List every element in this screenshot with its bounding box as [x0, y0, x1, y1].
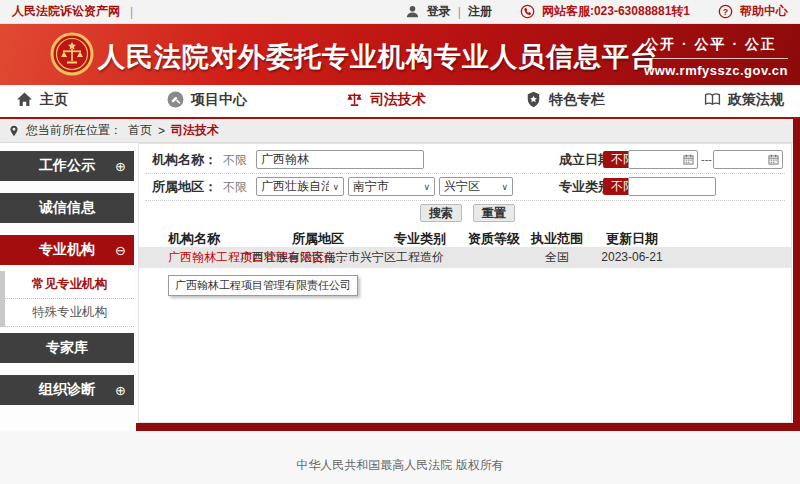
- district-select-value: 兴宁区: [444, 178, 480, 195]
- sidebar-item-label: 专家库: [46, 339, 88, 357]
- help-center-link[interactable]: 帮助中心: [740, 3, 788, 20]
- banner-right: 公开 · 公平 · 公正 www.rmfysszc.gov.cn: [644, 36, 788, 78]
- sidebar-subitem-special-orgs[interactable]: 特殊专业机构: [5, 299, 134, 327]
- cell-category: 工程造价: [396, 247, 444, 268]
- chevron-down-icon: ∨: [423, 182, 430, 192]
- nav-label: 特色专栏: [549, 91, 605, 109]
- expand-icon[interactable]: ⊕: [115, 383, 126, 398]
- collapse-icon[interactable]: ⊖: [115, 243, 126, 258]
- expand-icon[interactable]: ⊕: [115, 159, 126, 174]
- svg-text:?: ?: [723, 7, 728, 17]
- sidebar-submenu: 常见专业机构 特殊专业机构: [0, 271, 134, 327]
- city-select[interactable]: 南宁市 ∨: [348, 177, 435, 196]
- district-select[interactable]: 兴宁区 ∨: [439, 177, 513, 196]
- footer-copyright: 中华人民共和国最高人民法院 版权所有: [0, 457, 800, 474]
- user-icon: [405, 4, 420, 19]
- cell-region: 广西壮族自治区南宁市兴宁区: [240, 247, 396, 268]
- court-emblem-icon: [50, 32, 94, 76]
- gavel-icon: [167, 91, 185, 109]
- province-select-value: 广西壮族自治区: [261, 178, 329, 195]
- calendar-icon: [683, 154, 694, 165]
- org-name-input[interactable]: [256, 150, 424, 169]
- badge-star-icon: [525, 91, 543, 109]
- nav-label: 司法技术: [370, 91, 426, 109]
- page: 人民法院诉讼资产网 | 登录 | 注册 网站客服:023-63088881转1 …: [0, 0, 800, 484]
- home-icon: [16, 91, 34, 109]
- region-unlimited-option[interactable]: 不限: [223, 178, 247, 196]
- chevron-down-icon: ∨: [501, 182, 508, 192]
- service-hotline[interactable]: 网站客服:023-63088881转1: [542, 3, 690, 20]
- register-link[interactable]: 注册: [468, 3, 492, 20]
- sidebar-menu: 工作公示 ⊕ 诚信信息 专业机构 ⊖ 常见专业机构 特殊专业机构 专家库 组织诊…: [0, 151, 134, 417]
- search-results-panel: 机构名称： 不限 成立日期： 不限 --- 所属地区： 不限 广西壮族自治区 ∨…: [138, 143, 792, 423]
- scales-icon: [346, 91, 364, 109]
- breadcrumb-home-link[interactable]: 首页: [128, 122, 152, 139]
- form-divider: [145, 200, 785, 201]
- org-name-tooltip: 广西翰林工程项目管理有限责任公司: [168, 275, 358, 296]
- slogan-text: 公开 · 公平 · 公正: [644, 36, 788, 59]
- breadcrumb: 您当前所在位置： 首页 > 司法技术: [0, 119, 800, 143]
- breadcrumb-prefix: 您当前所在位置：: [26, 122, 122, 139]
- topbar-divider: |: [130, 5, 133, 19]
- site-url: www.rmfysszc.gov.cn: [644, 63, 788, 78]
- col-header-category: 专业类别: [394, 231, 446, 247]
- breadcrumb-separator: >: [158, 124, 165, 138]
- location-pin-icon: [8, 124, 20, 138]
- nav-item-policies[interactable]: 政策法规: [704, 91, 784, 109]
- nav-label: 主页: [40, 91, 68, 109]
- col-header-org-name: 机构名称: [168, 231, 220, 247]
- topbar-left: 人民法院诉讼资产网 |: [12, 3, 133, 20]
- calendar-icon: [768, 154, 779, 165]
- topbar-right: 登录 | 注册 网站客服:023-63088881转1 ? 帮助中心: [405, 3, 788, 20]
- col-header-updated: 更新日期: [606, 231, 658, 247]
- founded-date-from-input[interactable]: [628, 150, 698, 169]
- sidebar-item-label: 专业机构: [39, 241, 95, 259]
- nav-item-project-center[interactable]: 项目中心: [167, 91, 247, 109]
- platform-title: 人民法院对外委托专业机构专业人员信息平台: [98, 39, 658, 75]
- sidebar-item-org-diagnosis[interactable]: 组织诊断 ⊕: [0, 375, 134, 405]
- sidebar-item-label: 工作公示: [39, 157, 95, 175]
- cell-scope: 全国: [545, 247, 569, 268]
- book-icon: [704, 91, 722, 109]
- nav-item-featured[interactable]: 特色专栏: [525, 91, 605, 109]
- top-utility-bar: 人民法院诉讼资产网 | 登录 | 注册 网站客服:023-63088881转1 …: [0, 0, 800, 24]
- sidebar-item-work-publicity[interactable]: 工作公示 ⊕: [0, 151, 134, 181]
- nav-label: 政策法规: [728, 91, 784, 109]
- site-banner: 人民法院对外委托专业机构专业人员信息平台 公开 · 公平 · 公正 www.rm…: [0, 24, 800, 85]
- sidebar-item-professional-orgs[interactable]: 专业机构 ⊖: [0, 235, 134, 265]
- date-range-separator: ---: [701, 150, 712, 169]
- col-header-region: 所属地区: [292, 231, 344, 247]
- phone-icon: [520, 4, 535, 19]
- sidebar-item-integrity-info[interactable]: 诚信信息: [0, 193, 134, 223]
- province-select[interactable]: 广西壮族自治区 ∨: [256, 177, 344, 196]
- col-header-scope: 执业范围: [531, 231, 583, 247]
- help-icon: ?: [718, 4, 733, 19]
- sidebar-item-expert-pool[interactable]: 专家库: [0, 333, 134, 363]
- category-input[interactable]: [628, 177, 716, 196]
- login-link[interactable]: 登录: [427, 3, 451, 20]
- vertical-scrollbar[interactable]: [793, 119, 800, 431]
- search-button[interactable]: 搜索: [420, 204, 462, 222]
- founded-date-to-input[interactable]: [713, 150, 783, 169]
- form-divider: [145, 173, 785, 174]
- nav-label: 项目中心: [191, 91, 247, 109]
- horizontal-scrollbar[interactable]: [136, 423, 800, 431]
- org-name-label: 机构名称：: [152, 151, 217, 169]
- sidebar-item-label: 诚信信息: [39, 199, 95, 217]
- nav-item-judicial-tech[interactable]: 司法技术: [346, 91, 426, 109]
- city-select-value: 南宁市: [353, 178, 389, 195]
- main-nav: 主页 项目中心 司法技术 特色专栏 政策法规: [0, 85, 800, 119]
- login-register-divider: |: [458, 5, 461, 19]
- col-header-grade: 资质等级: [468, 231, 520, 247]
- asset-site-link[interactable]: 人民法院诉讼资产网: [12, 3, 120, 20]
- breadcrumb-current: 司法技术: [171, 122, 219, 139]
- chevron-down-icon: ∨: [332, 182, 339, 192]
- org-name-unlimited-option[interactable]: 不限: [223, 151, 247, 169]
- sidebar-subitem-common-orgs[interactable]: 常见专业机构: [5, 271, 134, 299]
- sidebar-item-label: 组织诊断: [39, 381, 95, 399]
- reset-button[interactable]: 重置: [473, 204, 515, 222]
- region-label: 所属地区：: [152, 178, 217, 196]
- cell-updated: 2023-06-21: [601, 247, 662, 268]
- nav-item-home[interactable]: 主页: [16, 91, 68, 109]
